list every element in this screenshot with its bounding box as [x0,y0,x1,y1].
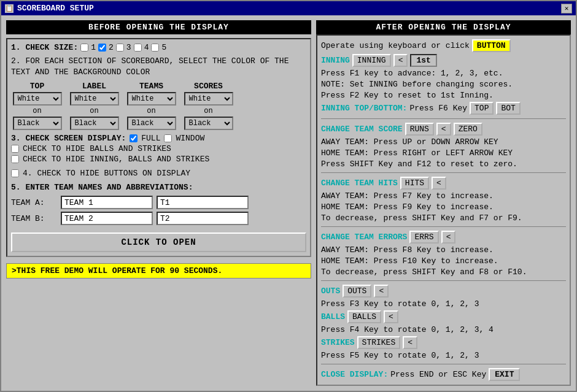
close-display-desc: Press END or ESC Key [390,370,486,379]
click-to-open-button[interactable]: CLICK TO OPEN [11,233,306,252]
divider-3 [321,226,566,227]
main-window: 📋 SCOREBOARD SETUP ✕ BEFORE OPENING THE … [0,0,577,392]
team-b-input[interactable] [61,212,153,225]
divider-5 [321,364,566,364]
outs-arrow-btn[interactable]: < [374,285,389,298]
strikes-button[interactable]: STRIKES [357,336,401,349]
full-label: FULL [141,134,160,143]
hide-inning-row: CHECK TO HIDE INNING, BALLS AND STRIKES [11,155,306,164]
close-button[interactable]: ✕ [561,4,572,13]
top-bg-select[interactable]: BlackWhiteRed [13,117,62,130]
zero-button[interactable]: ZERO [454,123,482,136]
color-section-label: 2. FOR EACH SECTION OF SCOREBOARD, SELEC… [11,56,306,78]
hide-inning-check[interactable] [11,155,19,163]
strikes-arrow-btn[interactable]: < [403,336,417,349]
hits-home-desc: HOME TEAM: Press F9 Key to increase. [321,202,494,212]
team-a-row: TEAM A: [11,196,306,209]
color-col-teams: TEAMS WhiteBlackRed on BlackWhiteRed [125,82,177,130]
hits-home-line: HOME TEAM: Press F9 Key to increase. [321,202,566,212]
size-check-5[interactable] [151,44,159,52]
inning-desc1-line: Press F1 key to advance: 1, 2, 3, etc. [321,69,566,78]
errors-arrow-btn[interactable]: < [441,231,456,244]
color-columns: TOP WhiteBlackRed on BlackWhiteRed LABEL… [11,82,306,130]
col-header-top: TOP [30,82,44,91]
away-team-line: AWAY TEAM: Press UP or DOWN ARROW KEY [321,137,566,147]
size-check-3[interactable] [116,44,124,52]
team-b-label: TEAM B: [11,214,57,223]
label-text-select[interactable]: WhiteBlackRed [70,92,119,106]
hits-arrow-btn[interactable]: < [432,177,446,190]
check-display-label: 3. CHECK SCREEN DISPLAY: [11,134,126,143]
left-panel: BEFORE OPENING THE DISPLAY 1. CHECK SIZE… [6,20,311,386]
inning-topbottom-desc: Press F6 Key [409,104,467,113]
operate-text: Operate using keyboard or click [321,41,470,50]
inning-topbottom-line: INNING TOP/BOTTOM: Press F6 Key TOP BOT [321,102,566,115]
right-header: AFTER OPENING THE DISPLAY [316,20,571,34]
balls-button[interactable]: BALLS [347,310,381,323]
outs-desc-line: Press F3 Key to rotate 0, 1, 2, 3 [321,299,566,309]
title-bar: 📋 SCOREBOARD SETUP ✕ [1,1,576,15]
hide-buttons-row: 4. CHECK TO HIDE BUTTONS ON DISPLAY [11,169,306,178]
errors-decrease-line: To decrease, press SHIFT Key and F8 or F… [321,267,566,277]
teams-bg-select[interactable]: BlackWhiteRed [127,117,176,130]
hide-balls-check[interactable] [11,145,19,153]
color-col-label: LABEL WhiteBlackRed on BlackWhiteRed [68,82,120,130]
balls-arrow-btn[interactable]: < [384,310,398,323]
outs-cyan: OUTS [321,286,340,296]
hide-balls-row: CHECK TO HIDE BALLS AND STRIKES [11,144,306,153]
inning-desc2-line: NOTE: Set INNING before changing scores. [321,80,566,89]
top-on-label: on [33,107,41,115]
team-a-input[interactable] [61,196,153,209]
strikes-desc: Press F5 Key to rotate 0, 1, 2, 3 [321,351,479,360]
score-arrow-btn[interactable]: < [436,123,451,136]
inning-topbottom-cyan: INNING TOP/BOTTOM: [321,104,407,113]
hits-decrease-line: To decrease, press SHIFT Key and F7 or F… [321,213,566,223]
inning-button[interactable]: INNING [352,54,391,67]
scores-bg-select[interactable]: BlackWhiteRed [184,117,233,130]
exit-button[interactable]: EXIT [489,368,520,381]
errors-away-desc: AWAY TEAM: Press F8 Key to increase. [321,245,494,255]
balls-desc-line: Press F4 Key to rotate 0, 1, 2, 3, 4 [321,325,566,334]
outs-button[interactable]: OUTS [343,285,371,298]
scores-text-select[interactable]: WhiteBlackRed [184,92,233,106]
hits-button[interactable]: HITS [400,177,429,190]
full-check[interactable] [130,134,137,142]
size-label-2: 2 [109,43,114,52]
col-header-scores: SCORES [194,82,223,91]
divider-1 [321,118,566,119]
strikes-line: STRIKES STRIKES < [321,336,566,349]
shift-f12-desc: Press SHIFT Key and F12 to reset to zero… [321,159,517,169]
hide-buttons-check[interactable] [11,169,19,177]
button-btn[interactable]: BUTTON [472,39,511,52]
size-check-4[interactable] [134,44,142,52]
col-header-label: LABEL [82,82,106,91]
errs-button[interactable]: ERRS [409,231,438,244]
errors-home-line: HOME TEAM: Press F10 Key to increase. [321,256,566,266]
inning-desc3: Press F2 Key to reset to 1st Inning. [321,91,494,100]
team-b-abbrev[interactable] [157,212,249,225]
size-label-5: 5 [161,43,166,52]
left-section: 1. CHECK SIZE: 1 2 3 4 5 2. FOR EACH SEC… [6,38,311,257]
top-text-select[interactable]: WhiteBlackRed [13,92,62,106]
hide-balls-label: CHECK TO HIDE BALLS AND STRIKES [23,144,171,153]
top-button[interactable]: TOP [470,102,494,115]
size-label-1: 1 [91,43,96,52]
size-check-1[interactable] [80,44,88,52]
inning-arrow-btn[interactable]: < [393,54,408,67]
label-bg-select[interactable]: BlackWhiteRed [70,117,119,130]
teams-text-select[interactable]: WhiteBlackRed [127,92,176,106]
runs-button[interactable]: RUNS [405,123,434,136]
size-check-2[interactable] [98,44,106,52]
inning-cyan: INNING [321,56,350,65]
hide-inning-label: CHECK TO HIDE INNING, BALLS AND STRIKES [23,155,209,164]
window-check[interactable] [164,134,172,142]
home-team-line: HOME TEAM: Press RIGHT or LEFT ARROW KEY [321,148,566,158]
change-score-line: CHANGE TEAM SCORE RUNS < ZERO [321,123,566,136]
hits-away-desc: AWAY TEAM: Press F7 Key to increase. [321,191,494,201]
team-a-abbrev[interactable] [157,196,249,209]
screen-display-row: 3. CHECK SCREEN DISPLAY: FULL WINDOW [11,134,306,143]
bot-button[interactable]: BOT [496,102,520,115]
operate-line: Operate using keyboard or click BUTTON [321,39,566,52]
size-label-4: 4 [144,43,149,52]
right-section: Operate using keyboard or click BUTTON I… [316,34,571,386]
